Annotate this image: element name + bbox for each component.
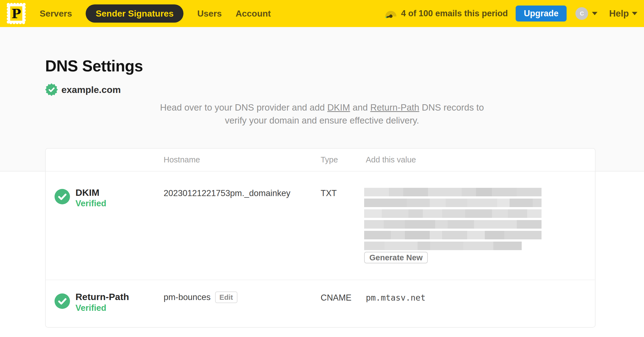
status-badge: Verified	[75, 303, 106, 313]
nav-links: Servers Sender Signatures Users Account	[40, 4, 271, 23]
nav-item-account[interactable]: Account	[236, 9, 271, 19]
intro-part: Head over to your DNS provider and add	[160, 102, 327, 113]
verified-seal-icon	[45, 83, 58, 96]
domain-name: example.com	[61, 84, 121, 95]
divider	[46, 280, 595, 280]
column-header-value: Add this value	[366, 149, 416, 171]
intro-part: and	[350, 102, 370, 113]
help-label: Help	[609, 8, 629, 19]
nav-right: 4 of 100 emails this period Upgrade C He…	[385, 6, 637, 22]
record-name: DKIM	[75, 187, 99, 198]
edit-button[interactable]: Edit	[215, 291, 237, 303]
redacted-line	[364, 220, 542, 229]
verified-check-icon	[55, 293, 70, 309]
redacted-line	[364, 199, 542, 207]
redacted-line	[364, 209, 542, 218]
usage-text: 4 of 100 emails this period	[401, 9, 508, 18]
chevron-down-icon	[592, 12, 597, 15]
dns-records-table: Hostname Type Add this value DKIM Verifi…	[45, 148, 596, 328]
redacted-line	[364, 188, 542, 196]
dns-value: pm.mtasv.net	[366, 293, 426, 303]
status-badge: Verified	[75, 199, 106, 208]
avatar: C	[575, 7, 588, 20]
hostname-value: pm-bounces	[164, 292, 211, 302]
type-value: CNAME	[321, 293, 351, 303]
chevron-down-icon	[632, 12, 637, 15]
hostname-cell: pm-bounces Edit	[164, 291, 237, 303]
postmark-logo[interactable]: P	[6, 2, 27, 25]
nav-item-users[interactable]: Users	[197, 9, 222, 19]
divider	[46, 171, 595, 172]
generate-new-button[interactable]: Generate New	[364, 252, 428, 263]
nav-item-sender-signatures[interactable]: Sender Signatures	[86, 4, 183, 23]
page-title: DNS Settings	[45, 57, 143, 75]
redacted-line	[364, 242, 522, 250]
gauge-icon	[385, 9, 397, 18]
record-name: Return-Path	[75, 291, 129, 302]
column-header-hostname: Hostname	[164, 149, 200, 171]
type-value: TXT	[321, 188, 337, 198]
logo-letter: P	[12, 6, 21, 21]
help-menu[interactable]: Help	[609, 8, 637, 19]
nav-item-servers[interactable]: Servers	[40, 9, 72, 19]
redacted-line	[364, 231, 542, 239]
domain-row: example.com	[45, 83, 121, 96]
usage-meter[interactable]: 4 of 100 emails this period	[385, 9, 508, 18]
verified-check-icon	[55, 189, 70, 204]
upgrade-button[interactable]: Upgrade	[516, 6, 567, 22]
return-path-link[interactable]: Return-Path	[370, 102, 419, 113]
redacted-dns-value	[364, 188, 542, 252]
top-nav: P Servers Sender Signatures Users Accoun…	[0, 0, 644, 27]
intro-text: Head over to your DNS provider and add D…	[148, 101, 496, 127]
column-header-type: Type	[321, 149, 338, 171]
account-menu[interactable]: C	[575, 7, 597, 20]
dkim-link[interactable]: DKIM	[327, 102, 350, 113]
hostname-value: 20230121221753pm._domainkey	[164, 188, 290, 198]
